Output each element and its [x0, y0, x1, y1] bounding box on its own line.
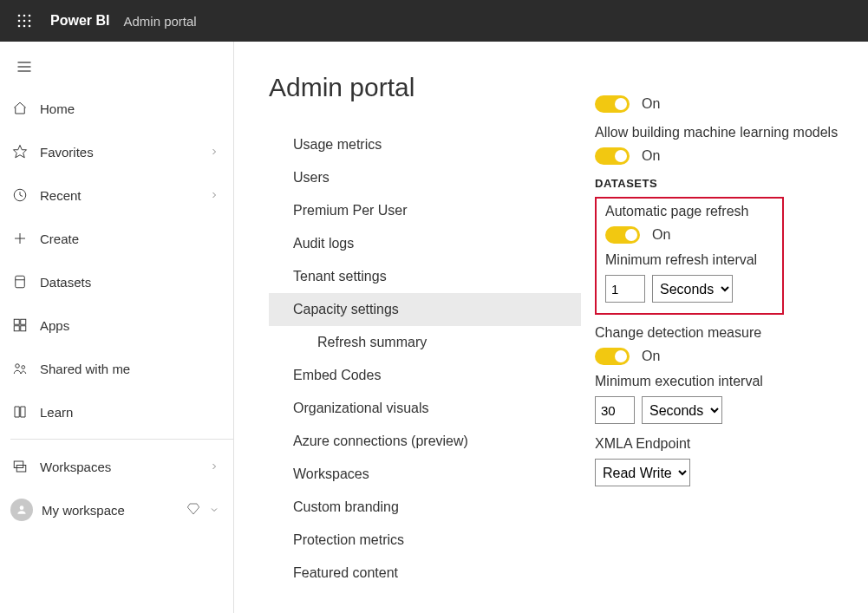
- min-exec-unit-select[interactable]: Seconds: [642, 396, 722, 424]
- svg-point-7: [23, 25, 26, 28]
- nav-my-workspace[interactable]: My workspace: [10, 488, 233, 531]
- left-nav: HomeFavoritesRecentCreateDatasetsAppsSha…: [0, 42, 234, 613]
- datasets-heading: DATASETS: [595, 177, 868, 190]
- admin-item-refresh-summary[interactable]: Refresh summary: [269, 326, 581, 359]
- toggle-ml[interactable]: [595, 147, 630, 165]
- chevron-right-icon: [209, 188, 223, 203]
- admin-item-organizational-visuals[interactable]: Organizational visuals: [269, 392, 581, 425]
- toggle-on-1[interactable]: [595, 95, 630, 113]
- min-refresh-unit-select[interactable]: Seconds: [652, 275, 733, 303]
- setting-cdm-label: Change detection measure: [595, 325, 868, 341]
- nav-item-favorites[interactable]: Favorites: [10, 130, 233, 173]
- toggle-state-label: On: [642, 349, 660, 364]
- grid-icon: [10, 317, 29, 333]
- svg-point-23: [22, 366, 25, 369]
- book-icon: [10, 404, 29, 420]
- nav-item-label: Recent: [40, 188, 209, 203]
- home-icon: [10, 101, 29, 116]
- database-icon: [10, 274, 29, 290]
- svg-rect-25: [16, 466, 26, 473]
- svg-point-2: [29, 15, 31, 17]
- nav-item-label: Create: [40, 232, 223, 246]
- admin-item-embed-codes[interactable]: Embed Codes: [269, 359, 581, 392]
- svg-point-8: [29, 25, 31, 28]
- automatic-page-refresh-highlight: Automatic page refresh On Minimum refres…: [595, 197, 784, 315]
- shared-icon: [10, 361, 29, 376]
- svg-marker-27: [187, 504, 199, 514]
- xmla-label: XMLA Endpoint: [595, 436, 868, 452]
- svg-rect-18: [14, 319, 19, 324]
- toggle-apr[interactable]: [605, 226, 640, 244]
- nav-item-label: Learn: [40, 405, 223, 420]
- admin-item-custom-branding[interactable]: Custom branding: [269, 491, 581, 524]
- min-refresh-value-input[interactable]: [605, 275, 645, 303]
- chevron-right-icon: [209, 145, 223, 160]
- page-title: Admin portal: [269, 73, 581, 102]
- svg-point-1: [23, 15, 26, 17]
- svg-point-26: [20, 505, 24, 510]
- clock-icon: [10, 187, 29, 203]
- admin-nav: Admin portal Usage metricsUsersPremium P…: [269, 42, 581, 613]
- nav-item-datasets[interactable]: Datasets: [10, 260, 233, 303]
- min-exec-value-input[interactable]: [595, 396, 635, 424]
- svg-point-4: [23, 20, 26, 23]
- nav-item-create[interactable]: Create: [10, 217, 233, 260]
- svg-rect-19: [21, 319, 26, 324]
- svg-rect-24: [14, 461, 23, 468]
- nav-item-label: Favorites: [40, 145, 209, 160]
- brand-label: Power BI: [50, 13, 109, 29]
- toggle-state-label: On: [642, 96, 660, 112]
- xmla-select[interactable]: Read Write: [595, 459, 690, 486]
- avatar-icon: [10, 499, 33, 521]
- app-launcher-icon[interactable]: [10, 7, 38, 35]
- nav-item-home[interactable]: Home: [10, 87, 233, 130]
- nav-item-label: Shared with me: [40, 362, 223, 376]
- chevron-down-icon: [209, 503, 223, 518]
- toggle-cdm[interactable]: [595, 348, 630, 365]
- svg-rect-20: [14, 326, 19, 331]
- nav-item-label: Apps: [40, 318, 223, 333]
- setting-apr-label: Automatic page refresh: [605, 204, 773, 219]
- star-icon: [10, 144, 29, 160]
- svg-rect-16: [16, 276, 25, 288]
- admin-item-users[interactable]: Users: [269, 161, 581, 194]
- nav-item-label: Home: [40, 101, 223, 116]
- settings-panel: On Allow building machine learning model…: [581, 42, 868, 613]
- admin-item-azure-connections-preview-[interactable]: Azure connections (preview): [269, 425, 581, 458]
- nav-item-label: Datasets: [40, 275, 223, 290]
- nav-item-shared-with-me[interactable]: Shared with me: [10, 347, 233, 390]
- svg-point-22: [16, 364, 20, 368]
- svg-marker-12: [14, 146, 27, 158]
- nav-item-label: My workspace: [42, 503, 186, 518]
- admin-item-audit-logs[interactable]: Audit logs: [269, 227, 581, 260]
- premium-diamond-icon: [186, 502, 200, 518]
- admin-item-capacity-settings[interactable]: Capacity settings: [269, 293, 581, 326]
- plus-icon: [10, 231, 29, 246]
- setting-ml-label: Allow building machine learning models: [595, 125, 868, 140]
- chevron-right-icon: [209, 460, 223, 474]
- nav-item-apps[interactable]: Apps: [10, 303, 233, 347]
- min-exec-label: Minimum execution interval: [595, 374, 868, 389]
- admin-item-workspaces[interactable]: Workspaces: [269, 458, 581, 491]
- svg-point-6: [18, 25, 21, 28]
- toggle-state-label: On: [642, 148, 660, 164]
- workspaces-icon: [10, 459, 29, 474]
- nav-item-recent[interactable]: Recent: [10, 173, 233, 217]
- svg-point-5: [29, 20, 31, 23]
- min-refresh-label: Minimum refresh interval: [605, 252, 773, 268]
- nav-item-label: Workspaces: [40, 460, 209, 474]
- hamburger-icon[interactable]: [16, 58, 33, 78]
- svg-point-0: [18, 15, 21, 17]
- app-subtitle: Admin portal: [123, 14, 196, 29]
- top-bar: Power BI Admin portal: [0, 0, 868, 42]
- admin-item-premium-per-user[interactable]: Premium Per User: [269, 194, 581, 227]
- admin-item-usage-metrics[interactable]: Usage metrics: [269, 128, 581, 161]
- admin-item-protection-metrics[interactable]: Protection metrics: [269, 524, 581, 557]
- toggle-state-label: On: [652, 227, 670, 243]
- svg-rect-21: [21, 326, 26, 331]
- svg-point-3: [18, 20, 21, 23]
- nav-workspaces[interactable]: Workspaces: [10, 445, 233, 488]
- admin-item-tenant-settings[interactable]: Tenant settings: [269, 260, 581, 293]
- nav-item-learn[interactable]: Learn: [10, 390, 233, 434]
- admin-item-featured-content[interactable]: Featured content: [269, 557, 581, 590]
